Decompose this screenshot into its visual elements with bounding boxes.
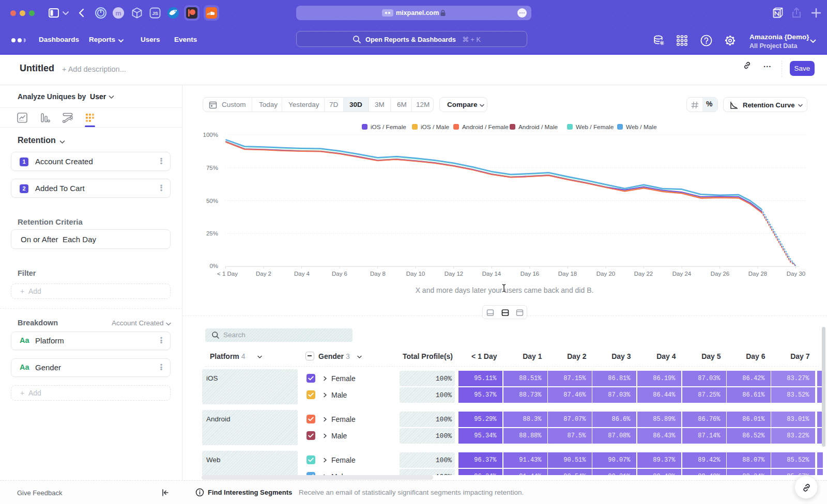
svg-text:JS: JS (152, 10, 158, 16)
svg-text:100%: 100% (203, 132, 218, 138)
svg-text:75%: 75% (206, 165, 218, 171)
svg-text:50%: 50% (206, 198, 218, 204)
svg-text:25%: 25% (206, 230, 218, 237)
svg-text:m: m (115, 9, 121, 17)
svg-text:0%: 0% (209, 263, 218, 269)
